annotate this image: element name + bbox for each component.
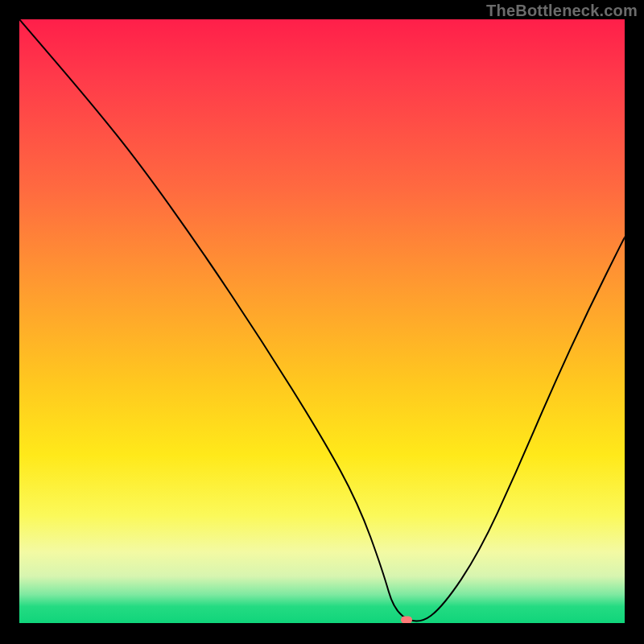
plot-background-gradient	[19, 19, 625, 625]
x-axis	[19, 623, 625, 625]
chart-container: { "watermark": "TheBottleneck.com", "mar…	[0, 0, 644, 644]
watermark-text: TheBottleneck.com	[486, 2, 638, 20]
